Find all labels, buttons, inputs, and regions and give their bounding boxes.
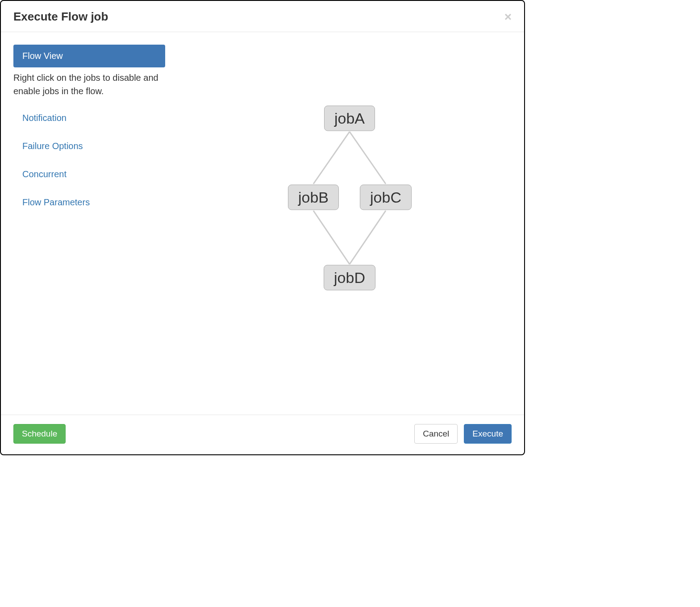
- job-node-jobA[interactable]: jobA: [324, 106, 375, 131]
- modal-title: Execute Flow job: [13, 10, 108, 24]
- job-node-jobB[interactable]: jobB: [288, 185, 339, 210]
- edge-jobA-jobB: [313, 132, 350, 184]
- footer-right: Cancel Execute: [414, 424, 512, 444]
- modal-footer: Schedule Cancel Execute: [1, 415, 524, 454]
- flow-graph[interactable]: jobAjobBjobCjobD: [165, 45, 512, 403]
- job-node-jobD[interactable]: jobD: [324, 265, 375, 291]
- tab-concurrent[interactable]: Concurrent: [13, 160, 165, 188]
- graph-edges: [165, 45, 512, 403]
- edge-jobA-jobC: [350, 132, 386, 184]
- edge-jobB-jobD: [313, 211, 350, 264]
- sidebar: Flow View Right click on the jobs to dis…: [13, 45, 165, 403]
- edge-jobC-jobD: [350, 211, 386, 264]
- close-icon[interactable]: ×: [504, 11, 512, 23]
- tab-failure-options[interactable]: Failure Options: [13, 132, 165, 160]
- job-node-jobC[interactable]: jobC: [360, 185, 412, 210]
- modal-body: Flow View Right click on the jobs to dis…: [1, 32, 524, 403]
- tab-flow-view[interactable]: Flow View: [13, 45, 165, 67]
- flow-view-help-text: Right click on the jobs to disable and e…: [13, 67, 165, 104]
- tab-flow-parameters[interactable]: Flow Parameters: [13, 188, 165, 216]
- execute-button[interactable]: Execute: [464, 424, 512, 444]
- modal-header: Execute Flow job ×: [1, 1, 524, 32]
- schedule-button[interactable]: Schedule: [13, 424, 66, 444]
- tab-notification[interactable]: Notification: [13, 104, 165, 132]
- cancel-button[interactable]: Cancel: [414, 424, 458, 444]
